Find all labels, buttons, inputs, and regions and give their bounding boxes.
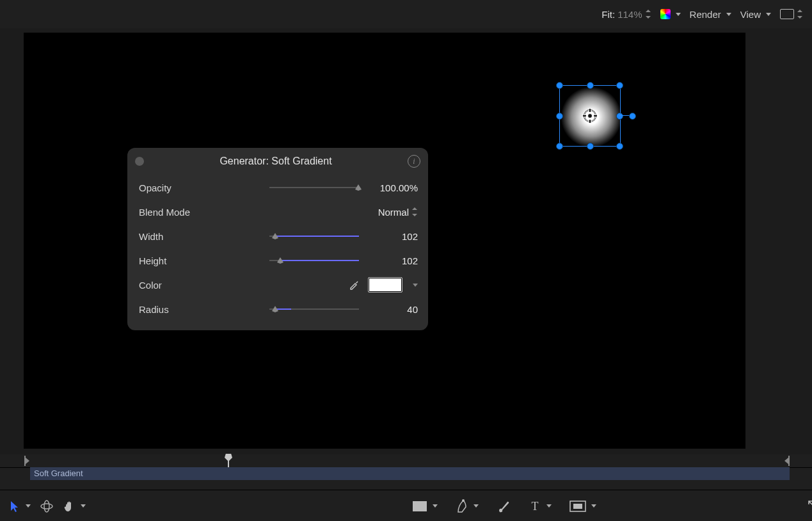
playhead[interactable] <box>228 454 232 468</box>
viewer-canvas[interactable]: Generator: Soft Gradient i Opacity 100.0… <box>24 33 745 449</box>
selection-handle-w[interactable] <box>556 113 563 120</box>
width-label: Width <box>139 231 235 242</box>
chevron-down-icon <box>676 13 681 16</box>
color-swatch[interactable] <box>368 277 402 293</box>
selection-handle-sw[interactable] <box>556 143 563 150</box>
chevron-down-icon <box>433 504 438 508</box>
height-label: Height <box>139 255 235 266</box>
stepper-icon <box>645 10 651 18</box>
svg-point-10 <box>462 499 465 502</box>
select-tool[interactable] <box>9 500 31 513</box>
color-channels-menu[interactable] <box>660 9 681 19</box>
canvas-tool-bar: T <box>0 490 812 521</box>
view-label: View <box>740 9 761 20</box>
radius-row: Radius 40 <box>127 297 428 321</box>
pan-tool[interactable] <box>63 500 86 513</box>
chevron-down-icon[interactable] <box>413 284 418 287</box>
selection-handle-s[interactable] <box>587 143 594 150</box>
blend-mode-label: Blend Mode <box>139 207 235 218</box>
color-wheel-icon <box>660 9 671 19</box>
hud-panel[interactable]: Generator: Soft Gradient i Opacity 100.0… <box>127 148 428 330</box>
opacity-slider[interactable] <box>269 183 359 192</box>
width-row: Width 102 <box>127 224 428 248</box>
rotation-handle[interactable] <box>629 113 636 120</box>
in-point-marker[interactable] <box>24 456 30 466</box>
selection-handle-e[interactable] <box>616 113 623 120</box>
color-row: Color <box>127 273 428 297</box>
selection-handle-se[interactable] <box>616 143 623 150</box>
hud-header[interactable]: Generator: Soft Gradient i <box>127 148 428 175</box>
selection-handle-n[interactable] <box>587 82 594 89</box>
color-label: Color <box>139 280 235 291</box>
opacity-value[interactable]: 100.00% <box>367 182 418 193</box>
pen-tool[interactable] <box>456 499 479 513</box>
fit-value: 114% <box>617 9 642 20</box>
radius-slider[interactable] <box>269 305 359 314</box>
svg-rect-9 <box>413 501 427 511</box>
svg-text:T: T <box>531 500 538 513</box>
render-label: Render <box>690 9 721 20</box>
blend-mode-dropdown[interactable]: Normal <box>378 207 418 218</box>
timeline-clip[interactable]: Soft Gradient <box>30 467 790 480</box>
chevron-down-icon <box>766 13 771 16</box>
height-value[interactable]: 102 <box>367 255 418 266</box>
hud-title: Generator: Soft Gradient <box>144 156 408 167</box>
svg-rect-13 <box>573 504 582 509</box>
canvas-area: Generator: Soft Gradient i Opacity 100.0… <box>0 28 812 454</box>
blend-mode-value: Normal <box>378 207 409 218</box>
mask-shape-tool[interactable] <box>569 501 596 512</box>
zoom-fit-control[interactable]: Fit: 114% <box>601 9 651 20</box>
fullscreen-toggle[interactable] <box>807 499 812 513</box>
mini-timeline: Soft Gradient <box>0 454 812 490</box>
opacity-row: Opacity 100.00% <box>127 175 428 200</box>
selection-handle-ne[interactable] <box>616 82 623 89</box>
stepper-icon <box>797 10 803 18</box>
fit-label: Fit: <box>601 9 615 20</box>
chevron-down-icon <box>546 504 552 508</box>
chevron-down-icon <box>81 504 86 508</box>
render-menu[interactable]: Render <box>690 9 731 20</box>
viewer-toolbar: Fit: 114% Render View <box>0 0 812 29</box>
radius-value[interactable]: 40 <box>367 304 418 315</box>
chevron-down-icon <box>474 504 479 508</box>
chevron-down-icon <box>591 504 596 508</box>
layout-menu[interactable] <box>780 9 803 19</box>
stepper-icon <box>411 208 418 216</box>
svg-point-8 <box>44 501 49 512</box>
anchor-point-icon[interactable] <box>583 109 597 123</box>
width-value[interactable]: 102 <box>367 231 418 242</box>
svg-point-7 <box>41 504 52 509</box>
text-tool[interactable]: T <box>529 500 552 513</box>
3d-transform-tool[interactable] <box>40 499 54 513</box>
chevron-down-icon <box>26 504 31 508</box>
blend-mode-row: Blend Mode Normal <box>127 200 428 224</box>
layout-icon <box>780 9 794 19</box>
chevron-down-icon <box>726 13 731 16</box>
width-slider[interactable] <box>269 232 359 241</box>
rectangle-tool[interactable] <box>412 501 438 512</box>
hud-drag-dot-icon <box>135 157 144 166</box>
height-row: Height 102 <box>127 248 428 273</box>
eyedropper-icon[interactable] <box>349 278 360 292</box>
view-menu[interactable]: View <box>740 9 771 20</box>
paint-stroke-tool[interactable] <box>497 499 511 513</box>
selection-handle-nw[interactable] <box>556 82 563 89</box>
clip-name: Soft Gradient <box>34 469 83 478</box>
info-icon[interactable]: i <box>408 155 420 168</box>
svg-point-2 <box>588 114 593 118</box>
timeline-ruler[interactable] <box>0 454 812 468</box>
out-point-marker[interactable] <box>784 456 790 466</box>
radius-label: Radius <box>139 304 235 315</box>
height-slider[interactable] <box>269 256 359 265</box>
opacity-label: Opacity <box>139 182 235 193</box>
